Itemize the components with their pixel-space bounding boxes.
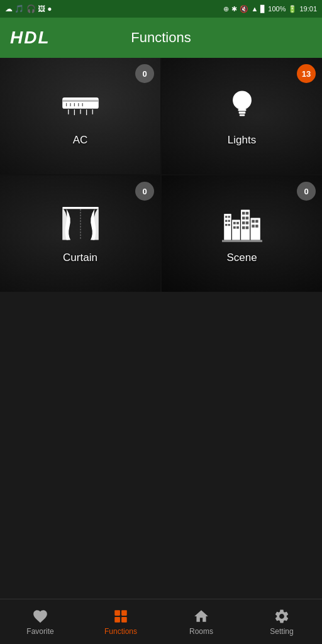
app-header: HDL Functions — [0, 18, 322, 58]
page-title: Functions — [131, 30, 191, 46]
scene-tile[interactable]: 0 — [162, 175, 322, 292]
svg-rect-25 — [232, 219, 240, 240]
battery-percent: 100% — [268, 5, 286, 13]
svg-rect-26 — [233, 221, 235, 224]
setting-icon — [274, 608, 290, 625]
svg-rect-20 — [228, 216, 230, 218]
mute-icon: 🔇 — [240, 5, 248, 13]
nav-favorite[interactable]: Favorite — [0, 608, 80, 636]
curtain-content: Curtain — [0, 175, 160, 292]
ac-icon — [60, 86, 101, 126]
svg-rect-40 — [252, 219, 254, 222]
signal-icon: ▊ — [260, 5, 265, 13]
scene-label: Scene — [226, 252, 257, 264]
svg-rect-31 — [242, 211, 245, 214]
svg-rect-29 — [236, 226, 239, 228]
lights-label: Lights — [228, 134, 256, 147]
location-icon: ⊕ — [223, 5, 229, 13]
svg-rect-16 — [62, 207, 99, 209]
svg-rect-34 — [245, 216, 248, 219]
status-bar: ☁ 🎵 🎧 🖼 ● ⊕ ✱ 🔇 ▲ ▊ 100% 🔋 19:01 — [0, 0, 322, 18]
rooms-icon — [193, 608, 209, 625]
svg-rect-32 — [245, 211, 248, 214]
functions-grid: 0 AC 13 — [0, 58, 322, 292]
hdl-logo: HDL — [10, 28, 50, 48]
svg-rect-21 — [225, 219, 227, 221]
scene-content: Scene — [162, 175, 322, 292]
svg-rect-42 — [252, 225, 254, 227]
ac-content: AC — [0, 58, 160, 174]
svg-rect-41 — [255, 219, 258, 222]
nav-rooms[interactable]: Rooms — [161, 608, 242, 636]
svg-rect-28 — [233, 226, 235, 228]
nav-functions-label: Functions — [104, 627, 137, 636]
status-left: ☁ 🎵 🎧 🖼 ● — [5, 4, 52, 13]
svg-rect-33 — [242, 216, 245, 219]
clock: 19:01 — [299, 5, 317, 13]
svg-rect-18 — [224, 214, 231, 240]
nav-setting[interactable]: Setting — [242, 608, 322, 636]
status-icons: ☁ 🎵 🎧 🖼 ● — [5, 4, 52, 13]
svg-rect-15 — [239, 114, 245, 116]
svg-rect-24 — [228, 224, 230, 226]
battery-icon: 🔋 — [288, 5, 297, 13]
svg-rect-1 — [62, 99, 99, 101]
empty-content — [0, 292, 322, 599]
svg-rect-46 — [121, 610, 127, 616]
svg-rect-35 — [242, 221, 245, 224]
svg-rect-27 — [236, 221, 239, 224]
svg-rect-19 — [225, 216, 227, 218]
bottom-navigation: Favorite Functions Rooms Setting — [0, 599, 322, 644]
ac-label: AC — [73, 134, 88, 147]
svg-rect-14 — [238, 111, 245, 113]
svg-rect-0 — [62, 97, 99, 108]
nav-functions[interactable]: Functions — [80, 608, 161, 636]
curtain-icon — [60, 204, 101, 244]
favorite-icon — [32, 608, 48, 625]
lights-content: Lights — [162, 58, 322, 174]
svg-rect-44 — [222, 240, 262, 242]
svg-rect-38 — [245, 226, 248, 228]
curtain-tile[interactable]: 0 Curtain — [0, 175, 160, 292]
svg-point-12 — [233, 91, 252, 109]
svg-rect-37 — [242, 226, 245, 228]
bluetooth-icon: ✱ — [231, 5, 237, 13]
functions-icon — [113, 608, 129, 625]
curtain-label: Curtain — [63, 252, 97, 264]
svg-rect-45 — [114, 610, 120, 616]
nav-favorite-label: Favorite — [26, 627, 53, 636]
svg-rect-22 — [228, 219, 230, 221]
nav-rooms-label: Rooms — [189, 627, 213, 636]
svg-rect-23 — [225, 224, 227, 226]
status-right: ⊕ ✱ 🔇 ▲ ▊ 100% 🔋 19:01 — [223, 5, 317, 13]
svg-rect-48 — [121, 617, 127, 623]
scene-icon — [222, 204, 262, 244]
lights-icon — [222, 86, 262, 126]
svg-rect-13 — [238, 109, 246, 111]
svg-rect-36 — [245, 221, 248, 224]
svg-rect-43 — [255, 225, 258, 227]
lights-tile[interactable]: 13 Lights — [162, 58, 322, 174]
wifi-icon: ▲ — [251, 5, 258, 13]
nav-setting-label: Setting — [270, 627, 293, 636]
ac-tile[interactable]: 0 AC — [0, 58, 160, 174]
svg-rect-47 — [114, 617, 120, 623]
